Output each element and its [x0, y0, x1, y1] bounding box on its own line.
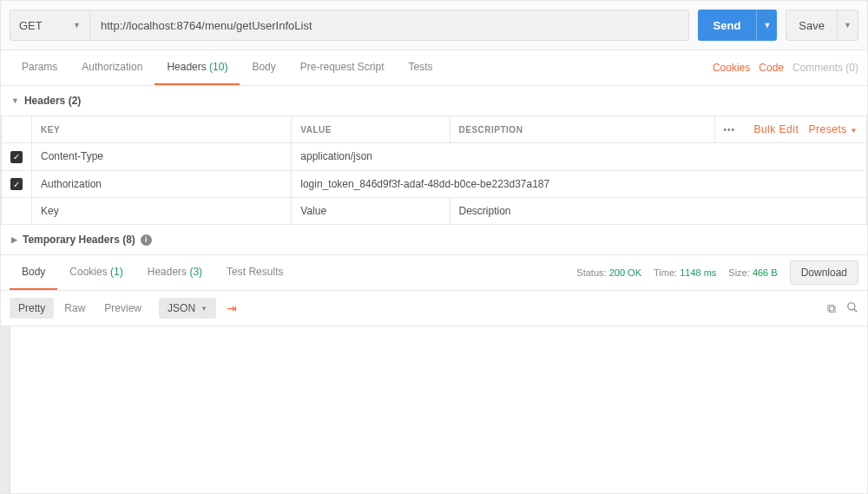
tab-tests[interactable]: Tests [397, 50, 445, 85]
format-select[interactable]: JSON ▼ [159, 298, 216, 319]
header-value[interactable]: login_token_846d9f3f-adaf-48dd-b0ce-be22… [292, 170, 867, 198]
chevron-down-icon: ▼ [11, 96, 19, 105]
header-value[interactable]: application/json [292, 143, 867, 171]
response-tab-headers[interactable]: Headers (3) [135, 255, 214, 290]
wrap-lines-icon[interactable]: ⇥ [227, 301, 237, 315]
request-tabs-row: Params Authorization Headers (10) Body P… [1, 50, 867, 86]
tab-prerequest[interactable]: Pre-request Script [288, 50, 397, 85]
temp-headers-toggle[interactable]: ▶ Temporary Headers (8) i [1, 225, 867, 254]
tab-authorization[interactable]: Authorization [69, 50, 155, 85]
headers-section-title: Headers [24, 95, 65, 107]
time-label: Time: [654, 267, 677, 278]
download-button[interactable]: Download [790, 260, 858, 285]
checkbox-icon[interactable]: ✓ [10, 178, 23, 190]
tab-headers-count: (10) [209, 61, 227, 73]
method-value: GET [19, 19, 43, 32]
response-body[interactable] [1, 326, 867, 493]
tab-params[interactable]: Params [10, 50, 69, 85]
search-icon[interactable] [846, 301, 858, 316]
view-pretty[interactable]: Pretty [10, 298, 54, 319]
svg-line-1 [854, 308, 858, 312]
col-value: VALUE [292, 116, 450, 143]
headers-section-toggle[interactable]: ▼ Headers (2) [1, 86, 867, 115]
temp-headers-title: Temporary Headers [23, 234, 120, 246]
view-raw[interactable]: Raw [56, 298, 94, 319]
send-button[interactable]: Send [698, 10, 757, 41]
info-icon: i [141, 234, 152, 246]
method-select[interactable]: GET ▼ [10, 10, 89, 41]
svg-point-0 [848, 302, 855, 309]
response-tab-cookies[interactable]: Cookies (1) [57, 255, 135, 290]
url-input[interactable] [89, 10, 689, 41]
headers-section-count: (2) [69, 95, 82, 107]
header-value-placeholder[interactable]: Value [292, 198, 450, 225]
link-code[interactable]: Code [759, 62, 784, 74]
view-preview[interactable]: Preview [95, 298, 150, 319]
tab-headers-label: Headers [167, 61, 206, 73]
more-icon[interactable]: ••• [724, 125, 736, 135]
header-key[interactable]: Content-Type [32, 143, 292, 171]
header-key[interactable]: Authorization [32, 170, 292, 198]
send-dropdown-button[interactable]: ▼ [756, 10, 777, 41]
chevron-down-icon: ▼ [201, 305, 207, 313]
request-bar: GET ▼ Send ▼ Save ▼ [1, 1, 867, 50]
tab-headers[interactable]: Headers (10) [155, 50, 240, 85]
response-bar: Body Cookies (1) Headers (3) Test Result… [1, 254, 867, 291]
copy-icon[interactable]: ⧉ [827, 301, 836, 316]
response-toolbar: Pretty Raw Preview JSON ▼ ⇥ ⧉ [1, 291, 867, 326]
col-description: DESCRIPTION [450, 116, 714, 143]
headers-table: KEY VALUE DESCRIPTION ••• Bulk Edit Pres… [1, 115, 867, 225]
response-tab-body[interactable]: Body [10, 255, 57, 290]
size-value: 466 B [753, 267, 778, 278]
save-button[interactable]: Save [786, 10, 838, 41]
save-dropdown-button[interactable]: ▼ [838, 10, 858, 41]
col-key: KEY [32, 116, 292, 143]
tab-body[interactable]: Body [240, 50, 287, 85]
checkbox-icon[interactable]: ✓ [10, 151, 23, 163]
size-label: Size: [728, 267, 749, 278]
link-cookies[interactable]: Cookies [713, 62, 750, 74]
time-value: 1148 ms [680, 267, 716, 278]
temp-headers-count: (8) [122, 234, 135, 246]
header-key-placeholder[interactable]: Key [32, 198, 292, 225]
status-value: 200 OK [609, 267, 641, 278]
chevron-down-icon: ▼ [73, 21, 81, 30]
header-desc-placeholder[interactable]: Description [450, 198, 866, 225]
bulk-edit-link[interactable]: Bulk Edit [753, 123, 799, 135]
table-row-new[interactable]: Key Value Description [2, 198, 867, 225]
presets-link[interactable]: Presets ▼ [809, 123, 858, 135]
status-label: Status: [576, 267, 606, 278]
link-comments[interactable]: Comments (0) [792, 62, 858, 74]
table-row[interactable]: ✓ Authorization login_token_846d9f3f-ada… [2, 170, 867, 198]
response-tab-test-results[interactable]: Test Results [214, 255, 295, 290]
table-row[interactable]: ✓ Content-Type application/json [2, 143, 867, 171]
chevron-right-icon: ▶ [11, 235, 17, 244]
